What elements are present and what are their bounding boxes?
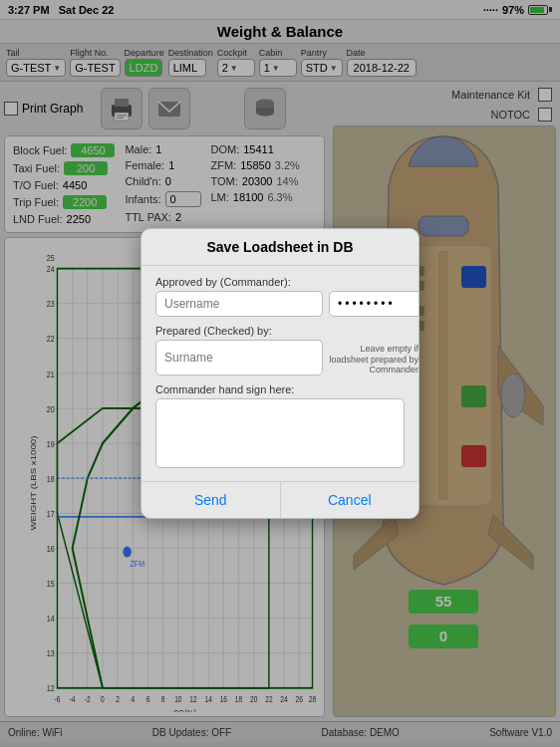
prepared-note: Leave empty if loadsheet prepared by Com…: [329, 340, 419, 375]
modal-title: Save Loadsheet in DB: [141, 229, 419, 266]
username-input[interactable]: [155, 291, 323, 317]
modal-buttons: Send Cancel: [141, 481, 419, 518]
modal-overlay: Save Loadsheet in DB Approved by (Comman…: [0, 0, 560, 747]
modal-body: Approved by (Commander): Prepared (Check…: [141, 266, 419, 481]
approved-label: Approved by (Commander):: [155, 276, 405, 288]
surname-input[interactable]: [155, 340, 323, 375]
sign-label: Commander hand sign here:: [155, 383, 405, 395]
cancel-button[interactable]: Cancel: [281, 482, 420, 518]
prepared-row: Leave empty if loadsheet prepared by Com…: [155, 340, 405, 375]
send-button[interactable]: Send: [141, 482, 281, 518]
save-loadsheet-modal: Save Loadsheet in DB Approved by (Comman…: [140, 228, 420, 519]
sign-textarea[interactable]: [155, 398, 405, 468]
prepared-label: Prepared (Checked) by:: [155, 325, 405, 337]
approved-row: [155, 291, 405, 317]
password-input[interactable]: [329, 291, 420, 317]
